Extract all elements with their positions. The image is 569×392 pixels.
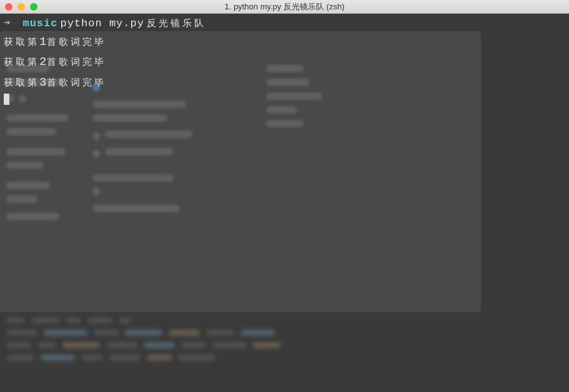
cursor <box>4 92 565 108</box>
output-prefix: 获取第 <box>4 78 39 89</box>
output-line: 获取第1首歌词完毕 <box>4 32 565 52</box>
background-bottom-ghost <box>6 317 563 386</box>
output-suffix: 首歌词完毕 <box>47 37 106 48</box>
prompt-line: ➜ music python my.py 反光镜乐队 <box>4 16 565 29</box>
output-number: 1 <box>39 35 47 49</box>
prompt-arrow-icon: ➜ <box>4 16 11 29</box>
output-suffix: 首歌词完毕 <box>47 78 106 89</box>
output-prefix: 获取第 <box>4 37 39 48</box>
minimize-icon[interactable] <box>17 3 25 11</box>
window-title: 1. python my.py 反光镜乐队 (zsh) <box>225 1 345 12</box>
maximize-icon[interactable] <box>30 3 37 11</box>
traffic-lights <box>5 3 37 11</box>
output-line: 获取第2首歌词完毕 <box>4 52 565 72</box>
output-number: 2 <box>39 55 47 69</box>
titlebar: 1. python my.py 反光镜乐队 (zsh) <box>0 0 569 14</box>
prompt-cwd: music <box>22 17 57 29</box>
prompt-command: python my.py <box>60 17 144 29</box>
terminal-body[interactable]: ➜ music python my.py 反光镜乐队 获取第1首歌词完毕 获取第… <box>0 14 569 392</box>
output-line: 获取第3首歌词完毕 <box>4 72 565 92</box>
terminal-window: 1. python my.py 反光镜乐队 (zsh) <box>0 0 569 392</box>
terminal-content: ➜ music python my.py 反光镜乐队 获取第1首歌词完毕 获取第… <box>4 16 565 108</box>
close-icon[interactable] <box>5 3 12 11</box>
output-number: 3 <box>39 76 47 89</box>
output-suffix: 首歌词完毕 <box>47 57 106 68</box>
output-prefix: 获取第 <box>4 57 39 68</box>
prompt-argument: 反光镜乐队 <box>147 17 206 29</box>
